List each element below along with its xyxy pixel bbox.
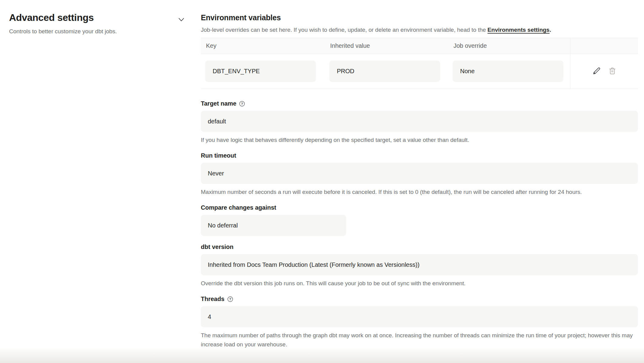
column-header-actions — [570, 38, 638, 54]
advanced-settings-page: Advanced settings Controls to better cus… — [0, 0, 644, 355]
pencil-icon — [592, 66, 601, 77]
run-timeout-label-text: Run timeout — [201, 152, 236, 159]
run-timeout-label: Run timeout — [201, 152, 638, 159]
threads-label: Threads ? — [201, 295, 638, 302]
target-name-input[interactable]: default — [201, 111, 638, 132]
trash-icon — [608, 67, 617, 76]
table-row: DBT_ENV_TYPE PROD None — [201, 54, 638, 89]
env-var-key-field: DBT_ENV_TYPE — [205, 60, 316, 82]
dbt-version-field-group: dbt version Inherited from Docs Team Pro… — [201, 243, 638, 288]
env-vars-table-header: Key Inherited value Job override — [201, 38, 638, 54]
chevron-down-icon — [178, 18, 184, 23]
env-vars-title: Environment variables — [201, 13, 638, 22]
column-header-job-override: Job override — [448, 38, 570, 54]
target-name-help: If you have logic that behaves different… — [201, 136, 638, 145]
env-vars-description-suffix: . — [549, 27, 551, 33]
settings-content: Environment variables Job-level override… — [201, 0, 644, 355]
env-var-job-override-field: None — [453, 60, 563, 82]
compare-changes-label: Compare changes against — [201, 204, 638, 211]
page-subtitle: Controls to better customize your dbt jo… — [9, 28, 201, 35]
dbt-version-label: dbt version — [201, 243, 638, 250]
dbt-version-label-text: dbt version — [201, 243, 234, 250]
target-name-label-text: Target name — [201, 100, 236, 107]
key-cell: DBT_ENV_TYPE — [201, 54, 325, 89]
question-circle-icon[interactable]: ? — [227, 296, 233, 302]
delete-env-var-button[interactable] — [608, 67, 617, 76]
column-header-key: Key — [201, 38, 325, 54]
inherited-value-cell: PROD — [325, 54, 448, 89]
compare-changes-label-text: Compare changes against — [201, 204, 276, 211]
collapse-section-button[interactable] — [177, 16, 185, 24]
run-timeout-help: Maximum number of seconds a run will exe… — [201, 188, 638, 197]
run-timeout-field-group: Run timeout Never Maximum number of seco… — [201, 152, 638, 197]
column-header-inherited-value: Inherited value — [325, 38, 448, 54]
svg-text:?: ? — [229, 297, 231, 301]
env-vars-table: Key Inherited value Job override DBT_ENV… — [201, 38, 638, 89]
dbt-version-input[interactable]: Inherited from Docs Team Production (Lat… — [201, 254, 638, 275]
row-actions-cell — [570, 54, 638, 89]
threads-help: The maximum number of paths through the … — [201, 331, 638, 349]
environments-settings-link[interactable]: Environments settings — [487, 27, 549, 33]
compare-changes-field-group: Compare changes against No deferral — [201, 204, 638, 236]
edit-env-var-button[interactable] — [592, 66, 601, 77]
page-title: Advanced settings — [9, 11, 201, 24]
dbt-version-help: Override the dbt version this job runs o… — [201, 279, 638, 288]
threads-input[interactable]: 4 — [201, 306, 638, 327]
target-name-field-group: Target name ? default If you have logic … — [201, 100, 638, 145]
threads-label-text: Threads — [201, 295, 224, 302]
run-timeout-input[interactable]: Never — [201, 163, 638, 184]
target-name-label: Target name ? — [201, 100, 638, 107]
env-vars-description: Job-level overrides can be set here. If … — [201, 26, 638, 34]
left-panel: Advanced settings Controls to better cus… — [0, 0, 201, 355]
threads-field-group: Threads ? 4 The maximum number of paths … — [201, 295, 638, 349]
env-var-inherited-value-field: PROD — [329, 60, 440, 82]
svg-text:?: ? — [241, 102, 243, 106]
compare-changes-input[interactable]: No deferral — [201, 215, 346, 236]
job-override-cell: None — [448, 54, 570, 89]
env-vars-description-text: Job-level overrides can be set here. If … — [201, 27, 487, 33]
question-circle-icon[interactable]: ? — [239, 101, 245, 107]
